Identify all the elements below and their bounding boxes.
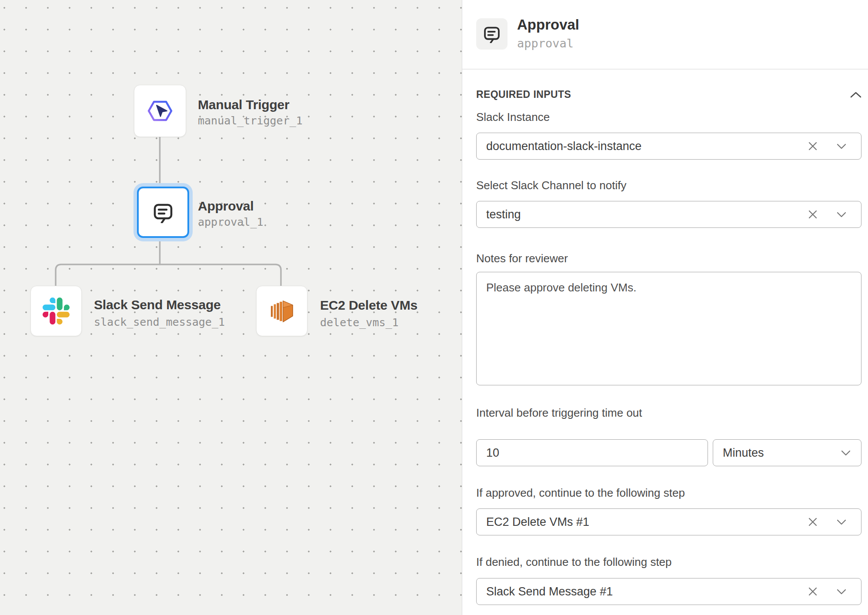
node-manual-trigger[interactable]	[134, 85, 186, 137]
approval-bubble-icon	[483, 25, 501, 43]
slack-instance-select[interactable]: documentation-slack-instance	[476, 133, 861, 160]
panel-subtitle: approval	[517, 37, 574, 50]
clear-x-icon[interactable]	[808, 210, 818, 219]
interval-value-input[interactable]	[476, 439, 708, 466]
slack-channel-label: Select Slack Channel to notify	[476, 179, 626, 192]
interval-label: Interval before triggering time out	[476, 406, 642, 420]
slack-channel-value: testing	[486, 208, 521, 221]
node-approval[interactable]	[137, 187, 189, 238]
chevron-down-icon[interactable]	[841, 450, 851, 456]
if-denied-select[interactable]: Slack Send Message #1	[476, 578, 861, 605]
clear-x-icon[interactable]	[808, 587, 818, 596]
if-approved-value: EC2 Delete VMs #1	[486, 515, 589, 529]
node-id-approval: approval_1	[198, 216, 264, 228]
node-id-slack: slack_send_message_1	[94, 316, 225, 328]
inspector-panel: Approval approval REQUIRED INPUTS Slack …	[462, 0, 868, 615]
required-inputs-title: REQUIRED INPUTS	[476, 89, 571, 100]
chevron-down-icon[interactable]	[837, 519, 846, 525]
notes-label: Notes for reviewer	[476, 252, 568, 265]
manual-trigger-icon	[147, 100, 173, 122]
node-id-ec2: delete_vms_1	[320, 316, 399, 329]
chevron-up-icon[interactable]	[850, 91, 861, 98]
node-title-ec2: EC2 Delete VMs	[320, 298, 417, 313]
interval-unit-value: Minutes	[723, 446, 764, 460]
required-inputs-section-header[interactable]: REQUIRED INPUTS	[476, 87, 861, 102]
slack-channel-select[interactable]: testing	[476, 201, 861, 228]
header-divider	[462, 69, 868, 70]
workflow-canvas[interactable]: Manual Trigger manual_trigger_1 Approval…	[0, 0, 462, 615]
chevron-down-icon[interactable]	[837, 144, 846, 149]
node-slack-send-message[interactable]	[30, 286, 82, 336]
panel-title: Approval	[517, 17, 579, 33]
if-denied-label: If denied, continue to the following ste…	[476, 555, 672, 569]
chevron-down-icon[interactable]	[837, 212, 846, 217]
if-denied-value: Slack Send Message #1	[486, 585, 613, 598]
interval-unit-select[interactable]: Minutes	[713, 439, 861, 466]
node-id-manual-trigger: manual_trigger_1	[198, 114, 303, 127]
chevron-down-icon[interactable]	[837, 589, 846, 595]
node-title-slack: Slack Send Message	[94, 297, 221, 312]
slack-logo-icon	[43, 297, 70, 324]
approval-bubble-icon	[152, 201, 174, 223]
node-title-manual-trigger: Manual Trigger	[198, 97, 290, 112]
clear-x-icon[interactable]	[808, 517, 818, 527]
if-approved-select[interactable]: EC2 Delete VMs #1	[476, 508, 861, 535]
panel-header-icon-tile	[476, 18, 507, 50]
slack-instance-value: documentation-slack-instance	[486, 140, 641, 153]
workflow-builder-app: Manual Trigger manual_trigger_1 Approval…	[0, 0, 868, 615]
notes-textarea[interactable]: Please approve deleting VMs.	[476, 272, 861, 385]
if-approved-label: If approved, continue to the following s…	[476, 486, 685, 500]
ec2-icon	[268, 298, 295, 324]
node-ec2-delete-vms[interactable]	[256, 286, 307, 336]
node-title-approval: Approval	[198, 199, 254, 214]
slack-instance-label: Slack Instance	[476, 110, 550, 124]
clear-x-icon[interactable]	[808, 141, 818, 151]
